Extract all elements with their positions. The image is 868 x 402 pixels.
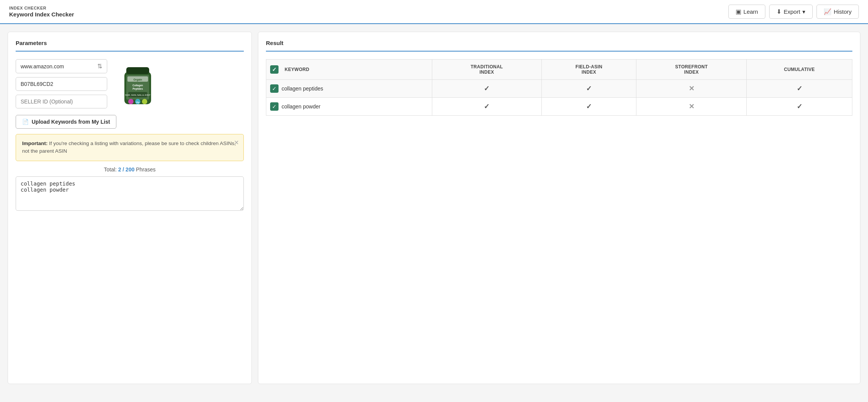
- col-header-storefront: STOREFRONTINDEX: [636, 60, 747, 80]
- video-icon: ▣: [736, 8, 741, 15]
- history-label: History: [834, 8, 852, 15]
- page-title: Keyword Index Checker: [9, 11, 74, 18]
- upload-keywords-button[interactable]: 📄 Upload Keywords from My List: [16, 115, 116, 129]
- seller-id-input[interactable]: [16, 95, 107, 108]
- col-header-traditional: TRADITIONALINDEX: [432, 60, 541, 80]
- keywords-textarea[interactable]: collagen peptides collagen powder: [16, 176, 244, 211]
- cell-storefront-0: ✕: [636, 80, 747, 98]
- warning-text: If you're checking a listing with variat…: [22, 140, 236, 154]
- learn-button[interactable]: ▣ Learn: [728, 5, 765, 19]
- check-icon: ✓: [797, 85, 802, 92]
- header-left: INDEX CHECKER Keyword Index Checker: [9, 6, 74, 18]
- total-static-label: Total:: [104, 166, 116, 173]
- svg-text:Collagen: Collagen: [132, 84, 143, 87]
- warning-bold: Important:: [22, 140, 48, 146]
- left-panel: Parameters www.amazon.com ⇅: [8, 32, 252, 384]
- form-fields: www.amazon.com ⇅: [16, 59, 107, 108]
- svg-text:20g: 20g: [136, 101, 140, 103]
- table-row: ✓ collagen powder ✓✓✕✓: [266, 98, 852, 116]
- download-icon: ⬇: [776, 8, 781, 15]
- svg-rect-1: [126, 67, 149, 74]
- table-row: ✓ collagen peptides ✓✓✕✓: [266, 80, 852, 98]
- marketplace-select[interactable]: www.amazon.com ⇅: [16, 59, 107, 73]
- product-image: Orgain Collagen Peptides HAIR, SKIN, NAI…: [115, 59, 161, 109]
- svg-point-11: [142, 99, 147, 104]
- col-header-field-asin: FIELD-ASININDEX: [541, 60, 636, 80]
- chevron-down-icon: ▾: [802, 8, 805, 15]
- select-arrows-icon: ⇅: [97, 63, 102, 70]
- cell-field_asin-1: ✓: [541, 98, 636, 116]
- svg-text:Orgain: Orgain: [134, 78, 142, 81]
- upload-label: Upload Keywords from My List: [32, 119, 110, 125]
- export-button[interactable]: ⬇ Export ▾: [769, 5, 813, 19]
- keyword-text-0: collagen peptides: [282, 86, 323, 92]
- history-button[interactable]: 📈 History: [816, 5, 859, 19]
- close-warning-button[interactable]: ✕: [234, 138, 239, 147]
- parameters-title: Parameters: [16, 40, 244, 52]
- asin-input[interactable]: [16, 77, 107, 91]
- cell-traditional-0: ✓: [432, 80, 541, 98]
- x-icon: ✕: [689, 103, 694, 110]
- learn-label: Learn: [744, 8, 758, 15]
- upload-icon: 📄: [22, 119, 29, 125]
- chart-icon: 📈: [824, 8, 831, 15]
- app-header: INDEX CHECKER Keyword Index Checker ▣ Le…: [0, 0, 868, 24]
- marketplace-value: www.amazon.com: [21, 63, 64, 69]
- result-title: Result: [266, 40, 852, 52]
- cell-field_asin-0: ✓: [541, 80, 636, 98]
- total-suffix: Phrases: [136, 166, 155, 173]
- total-count: 2 / 200: [118, 166, 135, 173]
- check-icon: ✓: [484, 85, 490, 92]
- main-content: Parameters www.amazon.com ⇅: [0, 24, 868, 392]
- right-panel: Result ✓ KEYWORD TRADITIONALINDEX FIELD-…: [258, 32, 860, 384]
- row-checkbox-0[interactable]: ✓: [270, 84, 279, 93]
- total-phrases-label: Total: 2 / 200 Phrases: [16, 166, 244, 173]
- header-right: ▣ Learn ⬇ Export ▾ 📈 History: [728, 5, 859, 19]
- form-product-area: www.amazon.com ⇅: [16, 59, 244, 109]
- keyword-cell: ✓ collagen powder: [266, 98, 432, 116]
- check-icon: ✓: [586, 103, 592, 110]
- cell-storefront-1: ✕: [636, 98, 747, 116]
- cell-cumulative-0: ✓: [747, 80, 852, 98]
- app-name: INDEX CHECKER: [9, 6, 74, 10]
- check-icon: ✓: [484, 103, 490, 110]
- check-icon: ✓: [797, 103, 802, 110]
- check-icon: ✓: [586, 85, 592, 92]
- row-checkbox-1[interactable]: ✓: [270, 102, 279, 111]
- select-all-checkbox[interactable]: ✓: [270, 65, 279, 74]
- x-icon: ✕: [689, 85, 694, 92]
- cell-traditional-1: ✓: [432, 98, 541, 116]
- result-table: ✓ KEYWORD TRADITIONALINDEX FIELD-ASININD…: [266, 59, 852, 116]
- svg-text:HAIR, SKIN, NAIL & JOINT: HAIR, SKIN, NAIL & JOINT: [125, 94, 151, 96]
- svg-text:Peptides: Peptides: [132, 87, 143, 90]
- cell-cumulative-1: ✓: [747, 98, 852, 116]
- col-header-keyword: ✓ KEYWORD: [266, 60, 432, 80]
- keyword-text-1: collagen powder: [282, 103, 320, 110]
- keyword-cell: ✓ collagen peptides: [266, 80, 432, 98]
- export-label: Export: [784, 8, 800, 15]
- warning-box: ✕ Important: If you're checking a listin…: [16, 134, 244, 161]
- col-header-cumulative: CUMULATIVE: [747, 60, 852, 80]
- keyword-col-label: KEYWORD: [285, 67, 309, 72]
- svg-point-9: [128, 99, 134, 104]
